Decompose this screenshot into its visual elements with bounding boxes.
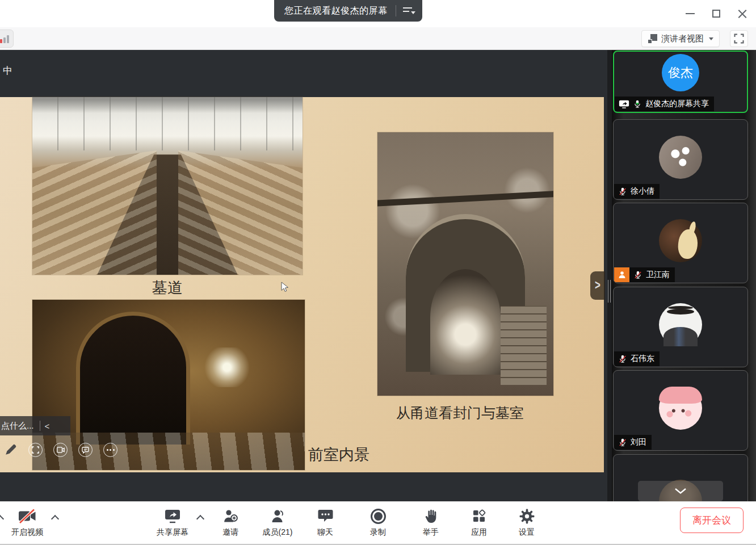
members-label: 成员(21) bbox=[263, 527, 293, 538]
avatar: 俊杰 bbox=[662, 54, 699, 91]
participant-tile-sharing[interactable]: 俊杰 赵俊杰的屏幕共享 bbox=[613, 51, 748, 113]
invite-label: 邀请 bbox=[222, 527, 238, 538]
record-button[interactable]: 录制 bbox=[354, 508, 402, 538]
fullscreen-icon bbox=[734, 33, 744, 44]
chevron-down-icon bbox=[674, 488, 687, 494]
sharing-status-text: 中 bbox=[3, 64, 12, 77]
meeting-stage: 中 墓道 前室内景 从甬道看封门与墓室 bbox=[0, 50, 756, 501]
mic-muted-icon bbox=[633, 270, 642, 280]
chevron-right-icon: > bbox=[595, 278, 600, 294]
raise-hand-label: 举手 bbox=[423, 527, 439, 538]
annotation-toolbar bbox=[3, 443, 117, 457]
share-screen-icon bbox=[164, 509, 181, 523]
pencil-icon[interactable] bbox=[3, 443, 18, 457]
camera-off-icon bbox=[18, 509, 37, 524]
title-bar: 您正在观看赵俊杰的屏幕 bbox=[0, 0, 756, 27]
chat-label: 聊天 bbox=[317, 527, 333, 538]
participant-name: 刘田 bbox=[631, 437, 646, 447]
bottom-toolbar: 开启视频 共享屏幕 邀请 bbox=[0, 501, 756, 545]
view-mode-label: 演讲者视图 bbox=[661, 33, 704, 44]
more-tools-icon[interactable] bbox=[103, 443, 117, 457]
start-video-button[interactable]: 开启视频 bbox=[3, 508, 51, 538]
view-toolbar: 演讲者视图 bbox=[0, 27, 756, 50]
invite-icon bbox=[223, 509, 238, 523]
settings-label: 设置 bbox=[519, 527, 535, 538]
fullscreen-button[interactable] bbox=[730, 30, 748, 47]
shared-screen-area: 中 墓道 前室内景 从甬道看封门与墓室 bbox=[0, 50, 607, 501]
participant-name: 卫江南 bbox=[646, 270, 670, 280]
participant-name: 石伟东 bbox=[631, 354, 654, 364]
participant-tile[interactable]: 卫江南 bbox=[613, 203, 748, 283]
raise-hand-button[interactable]: 举手 bbox=[407, 508, 455, 538]
meeting-window: 您正在观看赵俊杰的屏幕 演讲者视图 中 bbox=[0, 0, 756, 545]
apps-icon bbox=[472, 509, 486, 523]
collapse-left-icon[interactable]: < bbox=[45, 421, 50, 431]
participant-tile[interactable]: 刘田 bbox=[613, 370, 748, 451]
settings-button[interactable]: 设置 bbox=[503, 508, 551, 538]
caption-corridor: 从甬道看封门与墓室 bbox=[396, 404, 524, 422]
select-frame-icon[interactable] bbox=[28, 443, 43, 457]
chevron-down-icon bbox=[709, 37, 713, 40]
mic-muted-icon bbox=[618, 354, 627, 364]
avatar bbox=[659, 303, 702, 346]
invite-button[interactable]: 邀请 bbox=[207, 508, 254, 538]
comment-tool-icon[interactable] bbox=[78, 443, 93, 457]
leave-meeting-button[interactable]: 离开会议 bbox=[680, 508, 744, 533]
close-button[interactable] bbox=[733, 5, 751, 23]
record-label: 录制 bbox=[370, 527, 386, 538]
gear-icon bbox=[519, 509, 535, 524]
role-badge-icon bbox=[614, 267, 629, 282]
view-mode-dropdown[interactable]: 演讲者视图 bbox=[641, 30, 720, 47]
start-video-label: 开启视频 bbox=[11, 527, 43, 538]
minimize-button[interactable] bbox=[681, 5, 699, 23]
resize-grip bbox=[608, 280, 611, 303]
maximize-button[interactable] bbox=[707, 5, 725, 23]
avatar bbox=[659, 219, 702, 262]
caption-front-chamber: 前室内景 bbox=[308, 445, 369, 465]
mic-on-icon bbox=[633, 99, 642, 109]
signal-icon bbox=[0, 39, 2, 43]
participant-tile[interactable]: 石伟东 bbox=[613, 287, 748, 367]
participant-name: 赵俊杰的屏幕共享 bbox=[645, 99, 709, 109]
participant-tile[interactable]: 徐小倩 bbox=[613, 119, 748, 200]
close-icon bbox=[738, 9, 747, 18]
record-icon bbox=[371, 509, 386, 524]
sidebar-collapse-handle[interactable]: > bbox=[590, 271, 605, 300]
camera-tool-icon[interactable] bbox=[53, 443, 68, 457]
apps-label: 应用 bbox=[471, 527, 487, 538]
members-button[interactable]: 成员(21) bbox=[254, 508, 301, 538]
sidebar-resize-divider[interactable] bbox=[607, 50, 612, 501]
screen-share-icon bbox=[619, 100, 629, 108]
slide-photo-corridor bbox=[377, 132, 553, 396]
chat-icon bbox=[318, 509, 333, 523]
maximize-icon bbox=[712, 10, 720, 18]
layout-icon bbox=[648, 34, 657, 44]
participant-name: 徐小倩 bbox=[631, 186, 654, 196]
banner-divider bbox=[396, 5, 396, 16]
apps-button[interactable]: 应用 bbox=[455, 508, 503, 538]
mic-muted-icon bbox=[618, 187, 627, 196]
raise-hand-icon bbox=[424, 508, 438, 524]
avatar bbox=[659, 136, 702, 179]
participant-sidebar: 俊杰 赵俊杰的屏幕共享 bbox=[612, 50, 756, 501]
caption-tomb-passage: 墓道 bbox=[152, 278, 183, 298]
minimize-icon bbox=[686, 13, 695, 14]
quick-chat-bar[interactable]: 点什么... < bbox=[0, 416, 70, 435]
mic-muted-icon bbox=[618, 438, 627, 447]
window-controls bbox=[681, 5, 751, 23]
banner-menu-icon[interactable] bbox=[402, 5, 415, 16]
avatar bbox=[659, 387, 702, 430]
share-screen-label: 共享屏幕 bbox=[157, 527, 188, 538]
members-icon bbox=[270, 509, 285, 523]
watching-banner: 您正在观看赵俊杰的屏幕 bbox=[274, 0, 422, 22]
network-signal-button[interactable] bbox=[0, 30, 14, 48]
video-dropdown-chevron[interactable] bbox=[52, 514, 58, 521]
slide-photo-tomb-passage bbox=[32, 97, 303, 275]
share-screen-button[interactable]: 共享屏幕 bbox=[149, 508, 196, 538]
mouse-cursor bbox=[281, 282, 289, 293]
chat-button[interactable]: 聊天 bbox=[301, 508, 349, 538]
share-dropdown-chevron[interactable] bbox=[197, 514, 204, 521]
presentation-slide: 墓道 前室内景 从甬道看封门与墓室 bbox=[0, 97, 604, 472]
scroll-down-button[interactable] bbox=[638, 481, 723, 501]
watching-banner-title: 您正在观看赵俊杰的屏幕 bbox=[284, 5, 388, 17]
